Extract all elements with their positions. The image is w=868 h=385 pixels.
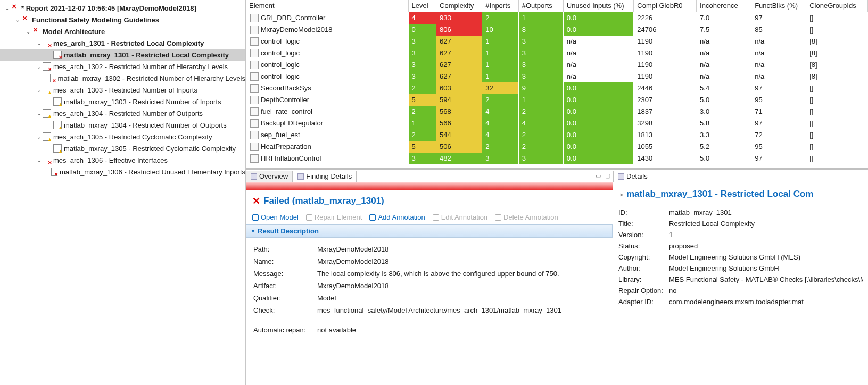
table-row[interactable]: control_logic362713n/a1190n/an/a[8] <box>246 71 868 82</box>
tab-details[interactable]: Details <box>613 171 652 182</box>
navigation-tree[interactable]: ⌄* Report 2021-12-07 10:56:45 [MxrayDemo… <box>0 0 245 180</box>
column-header[interactable]: #Outports <box>518 0 563 12</box>
delete-annotation-icon <box>495 214 501 221</box>
tree-status-icon <box>53 97 62 106</box>
tree-item[interactable]: matlab_mxray_1301 - Restricted Local Com… <box>0 49 245 61</box>
cell-clonegroups: [] <box>806 94 868 106</box>
column-header[interactable]: Level <box>408 0 436 12</box>
cell-incoherence: 3.0 <box>697 106 751 118</box>
metrics-table-header[interactable]: ElementLevelComplexity#Inports#OutportsU… <box>246 0 868 12</box>
table-row[interactable]: sep_fuel_est2544420.018133.372[] <box>246 129 868 141</box>
tree-item[interactable]: ⌄mes_arch_1305 - Restricted Cyclomatic C… <box>0 131 245 143</box>
tree-item[interactable]: matlab_mxray_1303 - Restricted Number of… <box>0 96 245 107</box>
tree-item[interactable]: ⌄mes_arch_1303 - Restricted Number of In… <box>0 84 245 96</box>
minimize-icon[interactable]: ▭ <box>593 172 603 179</box>
tab-overview[interactable]: Overview <box>246 171 293 182</box>
tree-item[interactable]: ⌄mes_arch_1301 - Restricted Local Comple… <box>0 37 245 49</box>
column-header[interactable]: Incoherence <box>697 0 751 12</box>
cell-globr0: 2226 <box>634 12 697 24</box>
table-row[interactable]: fuel_rate_control2568420.018373.071[] <box>246 106 868 118</box>
table-row[interactable]: BackupFDRegulator1566440.032985.897[] <box>246 118 868 129</box>
cell-globr0: 3298 <box>634 118 697 129</box>
result-description-header[interactable]: ▾Result Description <box>246 224 613 238</box>
repair-element-button: Repair Element <box>306 213 362 221</box>
fail-icon: ✕ <box>252 195 260 207</box>
cell-complexity: 627 <box>436 59 482 71</box>
add-annotation-button[interactable]: Add Annotation <box>369 213 425 221</box>
open-model-button[interactable]: Open Model <box>252 213 299 221</box>
tree-twisty-icon[interactable]: ⌄ <box>3 5 11 11</box>
tree-item-label: mes_arch_1304 - Restricted Number of Out… <box>53 110 203 118</box>
bottom-panel: Overview Finding Details ▭ ▢ ✕Failed (ma… <box>246 170 868 385</box>
details-title: ▸matlab_mxray_1301 - Restricted Local Co… <box>613 182 868 205</box>
tree-twisty-icon[interactable]: ⌄ <box>35 111 43 116</box>
tree-twisty-icon[interactable]: ⌄ <box>35 64 43 70</box>
table-row[interactable]: HRI InflationControl3482330.014305.097[] <box>246 153 868 164</box>
tree-item[interactable]: ⌄mes_arch_1306 - Effective Interfaces <box>0 154 245 166</box>
tree-item[interactable]: matlab_mxray_1304 - Restricted Number of… <box>0 119 245 131</box>
label-check: Check: <box>253 306 317 314</box>
table-row[interactable]: GRI_DBD_Controller4933210.022267.097[] <box>246 12 868 24</box>
cell-clonegroups: [] <box>806 12 868 24</box>
table-row[interactable]: SecondBackSys26033290.024465.497[] <box>246 82 868 94</box>
tree-twisty-icon[interactable]: ⌄ <box>35 87 43 93</box>
column-header[interactable]: CloneGroupIds <box>806 0 868 12</box>
column-header[interactable]: #Inports <box>482 0 518 12</box>
cell-complexity: 568 <box>436 106 482 118</box>
tree-item[interactable]: matlab_mxray_1306 - Restricted Unused El… <box>0 166 245 178</box>
table-row[interactable]: HeatPreparation5506220.010555.295[] <box>246 141 868 153</box>
column-header[interactable]: FunctBlks (%) <box>751 0 806 12</box>
table-row[interactable]: control_logic362713n/a1190n/an/a[8] <box>246 47 868 59</box>
column-header[interactable]: Compl GlobR0 <box>634 0 697 12</box>
cell-functblks: 72 <box>751 129 806 141</box>
label-status: Status: <box>618 242 669 250</box>
cell-level: 5 <box>408 94 436 106</box>
table-row[interactable]: control_logic362713n/a1190n/an/a[8] <box>246 36 868 47</box>
tree-item[interactable]: ⌄mes_arch_1304 - Restricted Number of Ou… <box>0 107 245 119</box>
cell-clonegroups: [] <box>806 24 868 36</box>
tree-item-label: matlab_mxray_1306 - Restricted Unused El… <box>60 168 245 176</box>
metrics-table-scroll[interactable]: GRI_DBD_Controller4933210.022267.097[]Mx… <box>246 12 868 168</box>
tree-twisty-icon[interactable]: ⌄ <box>35 157 43 163</box>
column-header[interactable]: Unused Inputs (%) <box>563 0 634 12</box>
cell-functblks: n/a <box>751 59 806 71</box>
label-path: Path: <box>253 245 317 253</box>
cell-clonegroups: [] <box>806 153 868 164</box>
tab-finding-details[interactable]: Finding Details <box>293 171 357 182</box>
cell-incoherence: 7.5 <box>697 24 751 36</box>
cell-globr0: 1430 <box>634 153 697 164</box>
tree-status-icon <box>53 144 62 153</box>
column-header[interactable]: Element <box>246 0 408 12</box>
cell-incoherence: 5.0 <box>697 153 751 164</box>
tree-status-icon <box>43 62 51 71</box>
tree-item[interactable]: ⌄Model Architecture <box>0 26 245 37</box>
table-row[interactable]: control_logic362713n/a1190n/an/a[8] <box>246 59 868 71</box>
cell-unused: n/a <box>563 36 634 47</box>
maximize-icon[interactable]: ▢ <box>603 172 613 179</box>
tree-twisty-icon[interactable]: ⌄ <box>35 40 43 46</box>
edit-annotation-label: Edit Annotation <box>441 213 487 221</box>
details-title-text: matlab_mxray_1301 - Restricted Local Com <box>626 189 814 199</box>
tree-twisty-icon[interactable]: ⌄ <box>14 17 21 23</box>
cell-outports: 8 <box>518 24 563 36</box>
cell-complexity: 603 <box>436 82 482 94</box>
cell-globr0: 1190 <box>634 36 697 47</box>
tree-item[interactable]: ⌄Functional Safety Modeling Guidelines <box>0 14 245 26</box>
cell-level: 0 <box>408 24 436 36</box>
tree-item[interactable]: ⌄mes_arch_1302 - Restricted Number of Hi… <box>0 61 245 72</box>
edit-annotation-button: Edit Annotation <box>433 213 487 221</box>
tree-item[interactable]: matlab_mxray_1302 - Restricted Number of… <box>0 72 245 84</box>
column-header[interactable]: Complexity <box>436 0 482 12</box>
tree-twisty-icon[interactable]: ⌄ <box>24 29 32 35</box>
cell-clonegroups: [8] <box>806 36 868 47</box>
tree-item[interactable]: matlab_mxray_1305 - Restricted Cyclomati… <box>0 143 245 154</box>
chevron-right-icon[interactable]: ▸ <box>621 191 623 197</box>
tree-item[interactable]: ⌄* Report 2021-12-07 10:56:45 [MxrayDemo… <box>0 2 245 14</box>
cell-outports: 3 <box>518 153 563 164</box>
cell-globr0: 1190 <box>634 47 697 59</box>
tree-twisty-icon[interactable]: ⌄ <box>35 134 43 140</box>
table-row[interactable]: MxrayDemoModel201808061080.0247067.585[] <box>246 24 868 36</box>
table-row[interactable]: DepthController5594210.023075.095[] <box>246 94 868 106</box>
metrics-table-body[interactable]: GRI_DBD_Controller4933210.022267.097[]Mx… <box>246 12 868 164</box>
caret-down-icon: ▾ <box>252 228 254 234</box>
